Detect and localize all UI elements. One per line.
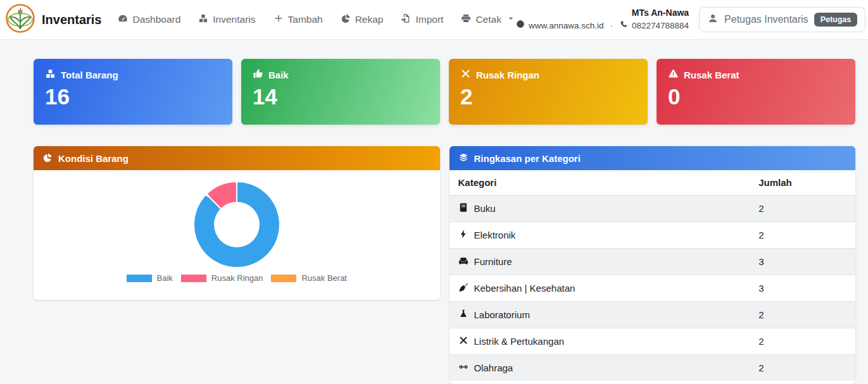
stat-card-rusak-ringan: Rusak Ringan 2 — [449, 59, 648, 125]
gauge-icon — [118, 13, 128, 26]
table-row: Elektronik 2 — [450, 222, 856, 249]
bolt-icon — [458, 229, 469, 241]
tools-icon — [460, 68, 471, 81]
phone-number: 082274788884 — [632, 20, 689, 33]
website-link[interactable]: www.annawa.sch.id — [529, 20, 604, 33]
dumbbell-icon — [458, 362, 469, 374]
table-row: Buku 2 — [450, 195, 856, 222]
couch-icon — [458, 256, 469, 268]
stat-label: Baik — [268, 70, 289, 80]
legend-item-baik[interactable]: Baik — [127, 273, 173, 283]
table-header-row: Kategori Jumlah — [450, 170, 856, 195]
printer-icon — [461, 13, 471, 26]
file-import-icon — [401, 13, 411, 26]
stat-label: Rusak Berat — [684, 70, 739, 80]
category-panel-header: Ringkasan per Kategori — [450, 146, 856, 170]
panel-title: Ringkasan per Kategori — [474, 153, 581, 164]
nav-item-import[interactable]: Import — [401, 13, 443, 26]
stat-label: Total Barang — [61, 70, 118, 80]
user-menu[interactable]: Petugas Inventaris Petugas — [699, 7, 865, 32]
app-logo-icon — [5, 3, 35, 36]
tools-icon — [458, 335, 469, 347]
table-row: Olahraga 2 — [450, 355, 856, 381]
legend-swatch — [271, 275, 296, 282]
column-header-jumlah: Jumlah — [750, 170, 855, 195]
doughnut-chart — [194, 182, 279, 267]
navbar-right: MTs An-Nawa www.annawa.sch.id · 08227478… — [516, 6, 865, 34]
globe-icon — [516, 20, 525, 33]
category-count: 2 — [750, 195, 855, 222]
nav-item-inventaris[interactable]: Inventaris — [198, 13, 255, 26]
legend-swatch — [127, 275, 152, 282]
category-count: 2 — [750, 355, 855, 381]
stat-label: Rusak Ringan — [476, 70, 539, 80]
thumbs-up-icon — [253, 68, 263, 81]
column-header-kategori: Kategori — [450, 170, 750, 195]
caret-down-icon — [506, 13, 516, 26]
nav-item-dashboard[interactable]: Dashboard — [118, 13, 180, 26]
top-navbar: Inventaris Dashboard Inventaris Tambah R… — [0, 0, 868, 40]
chart-pie-icon — [341, 13, 351, 26]
legend-item-rusak-ringan[interactable]: Rusak Ringan — [181, 273, 263, 283]
stat-value: 14 — [253, 85, 429, 108]
stat-card-rusak-berat: Rusak Berat 0 — [657, 59, 855, 125]
broom-icon — [458, 282, 469, 294]
warning-icon — [668, 68, 679, 81]
table-row: Furniture 3 — [450, 249, 856, 275]
user-role-badge: Petugas — [814, 13, 858, 27]
category-count: 3 — [750, 275, 855, 302]
brand-link[interactable]: Inventaris — [5, 3, 101, 36]
stat-value: 2 — [460, 85, 636, 108]
category-count: 3 — [750, 249, 855, 275]
category-count: 2 — [750, 328, 855, 355]
category-table: Kategori Jumlah Buku 2 Elektronik 2 Furn… — [450, 170, 856, 381]
school-name: MTs An-Nawa — [516, 6, 689, 20]
category-count: 2 — [750, 222, 855, 249]
stat-card-baik: Baik 14 — [241, 59, 440, 125]
doughnut-hole — [214, 202, 260, 247]
stat-value: 16 — [45, 85, 221, 108]
nav-item-cetak[interactable]: Cetak — [461, 13, 516, 26]
plus-icon — [274, 13, 284, 26]
table-row: Laboratorium 2 — [450, 302, 856, 328]
category-panel: Ringkasan per Kategori Kategori Jumlah B… — [450, 146, 856, 384]
category-count: 2 — [750, 302, 855, 328]
legend-swatch — [181, 275, 206, 282]
user-name: Petugas Inventaris — [724, 14, 808, 25]
table-row: Kebersihan | Kesehatan 3 — [450, 275, 856, 302]
separator-dot: · — [610, 20, 613, 33]
panel-title: Kondisi Barang — [58, 153, 129, 164]
condition-panel: Kondisi Barang Baik Rusak Ringan — [34, 146, 440, 300]
table-row: Listrik & Pertukangan 2 — [450, 328, 856, 355]
nav-item-tambah[interactable]: Tambah — [274, 13, 323, 26]
main-content: Total Barang 16 Baik 14 Rusak Ringan 2 R… — [0, 40, 868, 384]
phone-icon — [619, 20, 628, 33]
stats-row: Total Barang 16 Baik 14 Rusak Ringan 2 R… — [34, 59, 855, 125]
book-icon — [458, 202, 469, 214]
legend-item-rusak-berat[interactable]: Rusak Berat — [271, 273, 347, 283]
condition-panel-header: Kondisi Barang — [34, 146, 440, 170]
boxes-icon — [45, 68, 56, 81]
layers-icon — [458, 152, 469, 164]
condition-chart-body: Baik Rusak Ringan Rusak Berat — [34, 170, 440, 300]
nav-item-rekap[interactable]: Rekap — [341, 13, 384, 26]
chart-legend: Baik Rusak Ringan Rusak Berat — [40, 273, 434, 283]
main-nav: Dashboard Inventaris Tambah Rekap Import… — [118, 13, 515, 26]
boxes-icon — [198, 13, 208, 26]
panels-row: Kondisi Barang Baik Rusak Ringan — [34, 146, 855, 384]
user-icon — [707, 13, 719, 27]
chart-pie-icon — [42, 152, 53, 164]
stat-value: 0 — [668, 85, 844, 108]
flask-icon — [458, 309, 469, 321]
stat-card-total-barang: Total Barang 16 — [34, 59, 232, 125]
school-contact-block: MTs An-Nawa www.annawa.sch.id · 08227478… — [516, 6, 689, 34]
brand-title: Inventaris — [42, 13, 101, 27]
